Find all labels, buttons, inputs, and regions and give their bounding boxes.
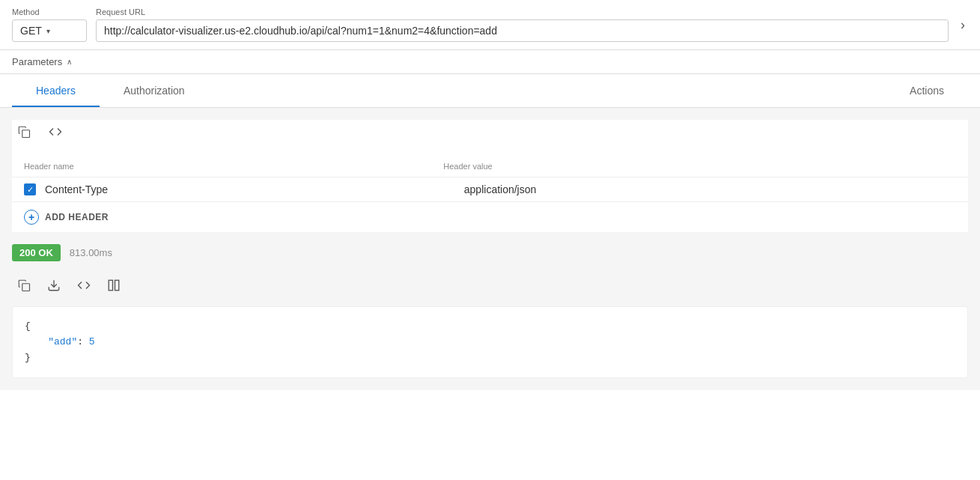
svg-rect-0 (22, 130, 30, 138)
copy-response-icon (17, 279, 31, 292)
code-icon (49, 125, 62, 139)
params-label: Parameters (12, 56, 62, 67)
response-line-3: } (25, 350, 955, 366)
content-area: Header name Header value ✓ Content-Type … (0, 108, 980, 390)
col-header-value: Header value (443, 162, 956, 171)
chevron-up-icon[interactable]: ∧ (67, 58, 72, 66)
response-code-button[interactable] (72, 273, 96, 297)
url-label: Request URL (96, 7, 949, 16)
response-copy-button[interactable] (12, 273, 36, 297)
json-key: "add" (48, 336, 77, 347)
tab-headers[interactable]: Headers (12, 74, 100, 107)
svg-rect-1 (22, 284, 30, 291)
method-label: Method (12, 7, 87, 16)
tabs-bar: Headers Authorization Actions (0, 74, 980, 108)
code-response-icon (77, 279, 91, 292)
copy-button[interactable] (12, 120, 36, 144)
response-header: 200 OK 813.00ms (12, 244, 968, 261)
download-icon (47, 279, 61, 292)
code-button[interactable] (43, 120, 67, 144)
response-download-button[interactable] (42, 273, 66, 297)
url-input-wrapper (96, 19, 949, 42)
copy-icon (17, 125, 31, 139)
add-header-row[interactable]: + ADD HEADER (12, 201, 968, 232)
url-container: Request URL (96, 7, 949, 42)
method-value: GET (20, 25, 42, 37)
tab-actions[interactable]: Actions (886, 74, 968, 107)
url-input[interactable] (104, 25, 940, 37)
response-body: { "add": 5 } (12, 306, 968, 378)
svg-rect-4 (115, 280, 119, 291)
add-header-label: ADD HEADER (45, 212, 109, 222)
svg-rect-3 (109, 280, 112, 291)
method-select[interactable]: GET ▾ (12, 19, 87, 42)
top-bar: Method GET ▾ Request URL › (0, 0, 980, 50)
headers-toolbar (12, 120, 968, 144)
header-value-value: application/json (464, 183, 956, 195)
expand-icon[interactable]: › (958, 14, 968, 36)
status-badge: 200 OK (12, 244, 61, 261)
params-bar: Parameters ∧ (0, 50, 980, 74)
response-toolbar (12, 267, 968, 303)
chevron-down-icon: ▾ (46, 27, 50, 35)
column-labels: Header name Header value (12, 156, 968, 177)
response-line-2: "add": 5 (25, 335, 955, 350)
tab-authorization[interactable]: Authorization (100, 74, 209, 107)
response-columns-button[interactable] (102, 273, 126, 297)
headers-section: Header name Header value ✓ Content-Type … (12, 120, 968, 232)
table-row: ✓ Content-Type application/json (12, 177, 968, 201)
response-section: 200 OK 813.00ms (12, 244, 968, 378)
header-name-value: Content-Type (45, 183, 455, 195)
response-line-1: { (25, 319, 955, 335)
method-container: Method GET ▾ (12, 7, 87, 42)
json-number: 5 (89, 336, 95, 347)
add-header-icon: + (24, 210, 39, 225)
col-header-name: Header name (24, 162, 443, 171)
columns-icon (107, 279, 121, 292)
header-enabled-checkbox[interactable]: ✓ (24, 183, 36, 195)
response-time: 813.00ms (70, 247, 112, 258)
